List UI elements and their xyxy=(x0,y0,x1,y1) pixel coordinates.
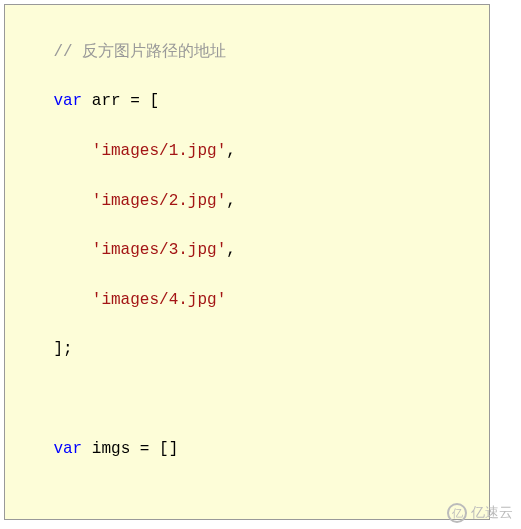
string-literal: 'images/3.jpg' xyxy=(92,241,226,259)
watermark-icon: 亿 xyxy=(447,503,467,523)
var-name: arr xyxy=(92,92,121,110)
equals-bracket: = [ xyxy=(121,92,159,110)
code-line-var-imgs: var imgs = [] xyxy=(15,437,479,462)
comment-text: // 反方图片路径的地址 xyxy=(53,43,226,61)
code-line-comment: // 反方图片路径的地址 xyxy=(15,40,479,65)
bracket-close: ]; xyxy=(53,340,72,358)
watermark-text: 亿速云 xyxy=(471,504,513,522)
code-line-arr-close: ]; xyxy=(15,337,479,362)
code-line-arr-item: 'images/4.jpg' xyxy=(15,288,479,313)
string-literal: 'images/4.jpg' xyxy=(92,291,226,309)
code-line-arr-item: 'images/2.jpg', xyxy=(15,189,479,214)
code-line-arr-item: 'images/1.jpg', xyxy=(15,139,479,164)
equals-bracket: = [] xyxy=(130,440,178,458)
var-keyword: var xyxy=(53,440,82,458)
string-literal: 'images/1.jpg' xyxy=(92,142,226,160)
var-name: imgs xyxy=(92,440,130,458)
string-literal: 'images/2.jpg' xyxy=(92,192,226,210)
var-keyword: var xyxy=(53,92,82,110)
code-line-var-arr: var arr = [ xyxy=(15,89,479,114)
code-line-arr-item: 'images/3.jpg', xyxy=(15,238,479,263)
code-line-blank xyxy=(15,387,479,412)
code-block: // 反方图片路径的地址 var arr = [ 'images/1.jpg',… xyxy=(4,4,490,520)
code-line-blank xyxy=(15,486,479,511)
watermark: 亿 亿速云 xyxy=(447,503,513,523)
